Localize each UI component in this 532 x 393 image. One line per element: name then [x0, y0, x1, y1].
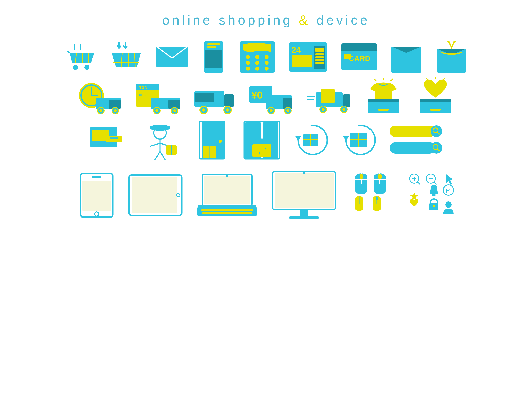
svg-point-139: [430, 125, 442, 137]
svg-rect-147: [92, 176, 102, 178]
svg-point-25: [255, 61, 259, 65]
laptop-icon: [196, 172, 258, 218]
svg-line-178: [417, 182, 420, 184]
svg-text:✦: ✦: [222, 152, 225, 155]
svg-point-2: [73, 65, 78, 70]
svg-rect-43: [343, 54, 351, 59]
calendar-delivery-icon: ①2 3... 30 31: [135, 80, 181, 113]
open-box-shirt-icon: [364, 78, 403, 115]
tablet-landscape-icon: [127, 173, 184, 217]
svg-point-70: [202, 108, 205, 112]
svg-point-118: [219, 140, 222, 143]
gift-bag-icon: [435, 40, 468, 74]
svg-text:¥0: ¥0: [251, 90, 262, 101]
svg-rect-32: [292, 55, 312, 67]
svg-rect-67: [224, 94, 234, 107]
svg-point-72: [226, 108, 229, 112]
svg-point-28: [255, 67, 259, 71]
svg-rect-98: [430, 108, 440, 111]
svg-text:✦: ✦: [219, 147, 223, 151]
svg-rect-84: [321, 89, 334, 103]
svg-rect-41: [341, 48, 377, 51]
open-box-heart-icon: [416, 78, 455, 115]
icon-row-2: ①2 3... 30 31 ¥0: [21, 78, 511, 115]
svg-rect-92: [378, 108, 389, 111]
svg-line-93: [374, 79, 376, 81]
svg-text:P: P: [446, 187, 450, 194]
svg-point-27: [246, 67, 250, 71]
svg-rect-91: [368, 98, 399, 102]
svg-rect-34: [315, 48, 324, 52]
svg-rect-170: [378, 174, 382, 179]
svg-rect-17: [207, 44, 220, 45]
svg-rect-156: [197, 207, 257, 216]
door-delivery-closed-icon: ✦ ✦: [193, 119, 231, 161]
svg-rect-36: [315, 56, 324, 58]
svg-point-53: [99, 109, 102, 112]
free-shipping-icon: ¥0: [247, 80, 293, 113]
svg-rect-37: [315, 59, 324, 61]
svg-rect-68: [195, 93, 214, 102]
svg-point-21: [246, 55, 250, 59]
svg-point-26: [265, 61, 269, 65]
svg-rect-127: [252, 144, 271, 157]
svg-point-23: [265, 55, 269, 59]
shopping-cart-icon: [64, 40, 97, 74]
svg-point-188: [433, 205, 435, 207]
svg-line-95: [391, 79, 393, 81]
small-icons-grid: P: [408, 172, 454, 218]
icon-row-1: 24 CARD: [21, 40, 511, 74]
svg-point-89: [343, 108, 345, 111]
page-title: online shopping & device: [0, 0, 532, 28]
return-package-filled-icon: [341, 123, 376, 158]
svg-rect-163: [290, 216, 319, 219]
svg-rect-148: [82, 181, 111, 211]
svg-point-189: [445, 201, 452, 208]
svg-marker-130: [295, 136, 301, 141]
svg-text:①2 3...: ①2 3...: [139, 85, 150, 89]
svg-rect-151: [131, 177, 177, 212]
svg-rect-174: [376, 197, 378, 201]
svg-rect-138: [390, 126, 435, 137]
svg-rect-19: [205, 50, 222, 69]
desktop-monitor-icon: [271, 169, 337, 221]
svg-line-115: [160, 152, 165, 160]
svg-point-63: [155, 109, 158, 112]
search-bars-icon: [389, 123, 443, 157]
svg-point-22: [255, 55, 259, 59]
express-delivery-icon: [305, 80, 351, 113]
svg-marker-182: [446, 174, 453, 185]
svg-point-159: [226, 175, 228, 177]
svg-marker-134: [343, 136, 349, 141]
envelope-icon: [155, 42, 189, 72]
svg-point-78: [270, 109, 273, 112]
icons-container: 24 CARD: [0, 40, 532, 221]
svg-point-164: [303, 172, 305, 174]
svg-rect-184: [432, 194, 435, 196]
svg-rect-158: [202, 212, 252, 214]
svg-point-3: [84, 65, 89, 70]
icon-row-4: P: [21, 169, 511, 221]
svg-point-29: [265, 67, 269, 71]
shopping-bag-icon: [390, 40, 422, 74]
atm-icon: 24: [288, 41, 328, 73]
svg-line-110: [150, 143, 160, 146]
svg-point-80: [286, 109, 289, 112]
svg-point-65: [173, 109, 176, 112]
svg-text:30 31: 30 31: [138, 93, 148, 97]
svg-rect-162: [300, 210, 308, 217]
svg-rect-104: [106, 136, 121, 142]
svg-point-143: [430, 142, 442, 154]
svg-rect-167: [359, 174, 363, 179]
notebook-icon: [201, 40, 226, 74]
return-package-outline-icon: [293, 123, 328, 158]
svg-rect-161: [275, 173, 334, 208]
shopping-basket-icon: [110, 40, 143, 74]
icon-row-3: ✦ ✦ ✦ ✦: [21, 119, 511, 161]
svg-rect-85: [343, 94, 350, 107]
svg-text:CARD: CARD: [349, 54, 370, 63]
svg-rect-105: [110, 137, 118, 139]
door-delivery-open-icon: ✦ ✦: [243, 119, 281, 161]
credit-card-icon: CARD: [340, 42, 378, 72]
svg-rect-38: [315, 62, 324, 64]
